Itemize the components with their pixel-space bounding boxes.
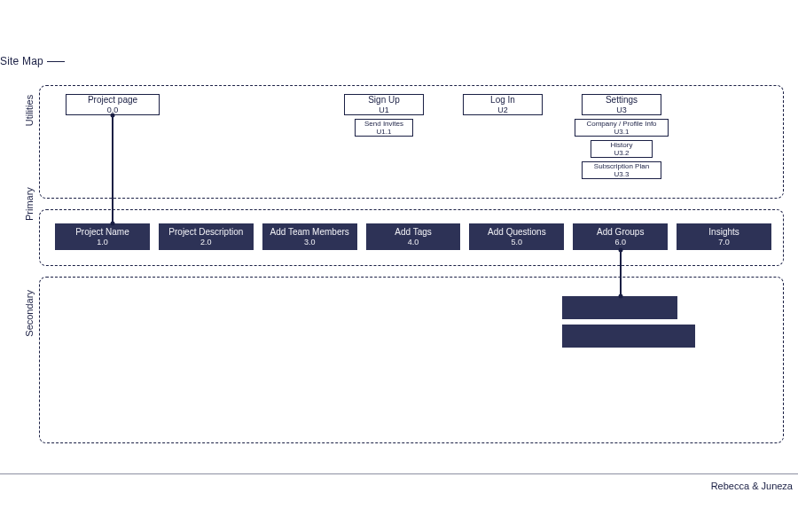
node-subscription-plan: Subscription Plan U3.3 <box>582 161 661 179</box>
node-history: History U3.2 <box>591 140 653 158</box>
connector-dot <box>619 294 623 299</box>
node-add-groups: Add Groups 6.0 <box>573 223 668 250</box>
section-label-primary: Primary <box>24 187 35 221</box>
node-settings: Settings U3 <box>582 94 661 115</box>
node-project-description: Project Description 2.0 <box>159 223 254 250</box>
node-project-page: Project page 0.0 <box>66 94 160 115</box>
title-dash-icon <box>47 61 65 62</box>
node-add-questions: Add Questions 5.0 <box>469 223 564 250</box>
primary-row: Project Name 1.0 Project Description 2.0… <box>55 223 771 250</box>
node-send-invites: Send Invites U1.1 <box>355 119 413 137</box>
footer-divider <box>0 473 798 474</box>
connector-dot <box>111 222 115 226</box>
section-label-utilities: Utilities <box>24 95 35 126</box>
section-label-secondary: Secondary <box>24 290 35 337</box>
node-sign-up: Sign Up U1 <box>344 94 424 115</box>
connector-line <box>620 250 622 296</box>
node-add-team-members: Add Team Members 3.0 <box>262 223 357 250</box>
page-title: Site Map <box>0 55 65 67</box>
page-title-text: Site Map <box>0 55 43 67</box>
node-secondary-1 <box>562 296 677 319</box>
node-secondary-2 <box>562 325 695 348</box>
node-add-tags: Add Tags 4.0 <box>366 223 461 250</box>
connector-line <box>112 115 113 223</box>
footer-credit: Rebecca & Juneza <box>711 481 793 491</box>
node-log-in: Log In U2 <box>463 94 543 115</box>
node-project-name: Project Name 1.0 <box>55 223 150 250</box>
node-insights: Insights 7.0 <box>677 223 771 250</box>
node-company-profile-info: Company / Profile Info U3.1 <box>575 119 669 137</box>
